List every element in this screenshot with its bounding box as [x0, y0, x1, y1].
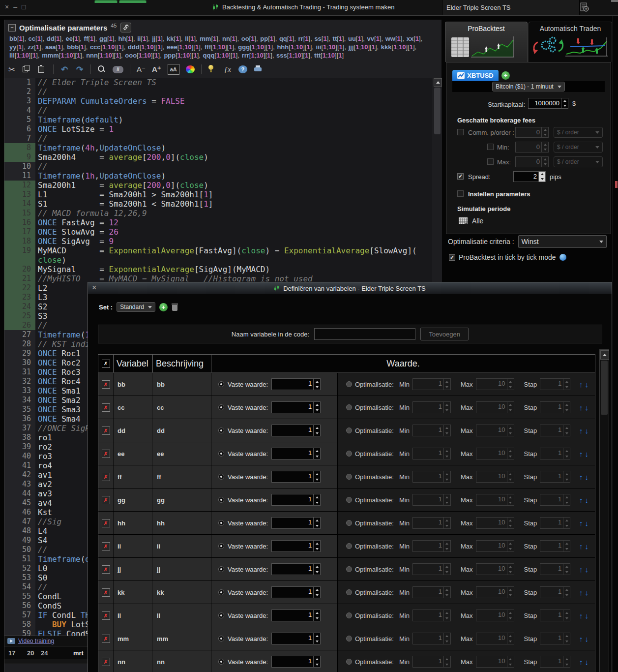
move-up-button[interactable]: ↑: [579, 380, 583, 389]
optimalisatie-radio[interactable]: [346, 543, 352, 549]
vaste-waarde-radio[interactable]: [218, 474, 224, 480]
delete-variable-button[interactable]: ✗: [102, 473, 110, 481]
move-up-button[interactable]: ↑: [579, 588, 583, 597]
video-training-link[interactable]: Video training: [18, 638, 54, 644]
instellen-parameters-checkbox[interactable]: [457, 190, 464, 197]
scroll-up-icon[interactable]: [600, 350, 609, 360]
move-down-button[interactable]: ↓: [585, 542, 589, 550]
max-fee-checkbox[interactable]: [487, 158, 494, 165]
vaste-waarde-input[interactable]: 1: [271, 656, 321, 668]
move-up-button[interactable]: ↑: [579, 565, 583, 574]
delete-variable-button[interactable]: ✗: [102, 635, 110, 643]
optimalisatie-radio[interactable]: [346, 566, 352, 572]
delete-variable-button[interactable]: ✗: [102, 519, 110, 527]
vaste-waarde-input[interactable]: 1: [271, 471, 321, 483]
vaste-waarde-radio[interactable]: [218, 404, 224, 410]
vaste-waarde-radio[interactable]: [218, 566, 224, 572]
font-increase-icon[interactable]: [152, 64, 161, 74]
move-down-button[interactable]: ↓: [585, 496, 589, 504]
move-down-button[interactable]: ↓: [585, 658, 589, 666]
vaste-waarde-input[interactable]: 1: [271, 378, 321, 390]
vaste-waarde-radio[interactable]: [218, 497, 224, 503]
vaste-waarde-radio[interactable]: [218, 612, 224, 618]
delete-variable-button[interactable]: ✗: [102, 427, 110, 435]
move-up-button[interactable]: ↑: [579, 542, 583, 550]
vaste-waarde-radio[interactable]: [218, 543, 224, 549]
move-up-button[interactable]: ↑: [579, 427, 583, 435]
move-down-button[interactable]: ↓: [585, 635, 589, 643]
vaste-waarde-input[interactable]: 1: [271, 401, 321, 413]
move-up-button[interactable]: ↑: [579, 403, 583, 412]
vaste-waarde-radio[interactable]: [218, 381, 224, 387]
vaste-waarde-input[interactable]: 1: [271, 586, 321, 598]
paste-icon[interactable]: [38, 64, 47, 74]
redo-icon[interactable]: [75, 64, 84, 74]
spinner-buttons[interactable]: [561, 98, 568, 108]
help-icon[interactable]: [238, 65, 247, 73]
delete-set-icon[interactable]: [172, 304, 178, 311]
delete-variable-button[interactable]: ✗: [102, 611, 110, 620]
font-case-icon[interactable]: [168, 64, 179, 75]
move-down-button[interactable]: ↓: [585, 403, 589, 412]
vaste-waarde-input[interactable]: 1: [271, 633, 321, 644]
optimalisatie-radio[interactable]: [346, 404, 352, 410]
vaste-waarde-input[interactable]: 1: [271, 610, 321, 621]
min-fee-checkbox[interactable]: [487, 144, 494, 150]
optimalisatie-radio[interactable]: [346, 520, 352, 526]
delete-all-icon[interactable]: ✗: [102, 360, 110, 368]
move-up-button[interactable]: ↑: [579, 450, 583, 458]
optimalisatie-radio[interactable]: [346, 451, 352, 457]
delete-variable-button[interactable]: ✗: [102, 403, 110, 412]
help-doc-icon[interactable]: ?: [580, 2, 589, 12]
vaste-waarde-input[interactable]: 1: [271, 448, 321, 459]
delete-variable-button[interactable]: ✗: [102, 565, 110, 574]
delete-variable-button[interactable]: ✗: [102, 542, 110, 550]
instrument-tab-xbtusd[interactable]: XBTUSD: [452, 70, 499, 81]
configure-parameters-button[interactable]: [120, 23, 131, 32]
vaste-waarde-radio[interactable]: [218, 428, 224, 433]
spread-checkbox[interactable]: [457, 173, 464, 180]
vaste-waarde-input[interactable]: 1: [271, 540, 321, 552]
system-tab[interactable]: Elder Triple Screen TS: [442, 0, 580, 15]
criteria-select[interactable]: Winst: [518, 235, 607, 248]
dialog-scrollbar[interactable]: [599, 349, 609, 672]
move-down-button[interactable]: ↓: [585, 611, 589, 620]
optimalisatie-radio[interactable]: [346, 474, 352, 480]
move-up-button[interactable]: ↑: [579, 519, 583, 527]
scrollbar-thumb[interactable]: [434, 88, 441, 134]
comment-icon[interactable]: [113, 66, 123, 73]
toevoegen-button[interactable]: Toevoegen: [420, 328, 469, 340]
vaste-waarde-input[interactable]: 1: [271, 517, 321, 529]
cut-icon[interactable]: [7, 64, 16, 74]
startkapitaal-input[interactable]: 1000000: [528, 98, 568, 109]
print-icon[interactable]: [254, 64, 263, 74]
copy-icon[interactable]: [23, 64, 31, 74]
comm-checkbox[interactable]: [457, 129, 464, 135]
add-set-button[interactable]: +: [159, 303, 168, 311]
function-icon[interactable]: [223, 64, 232, 74]
move-down-button[interactable]: ↓: [585, 565, 589, 574]
font-decrease-icon[interactable]: [137, 64, 146, 74]
move-down-button[interactable]: ↓: [585, 473, 589, 481]
optimalisatie-radio[interactable]: [346, 381, 352, 387]
add-instrument-button[interactable]: +: [501, 71, 510, 80]
delete-variable-button[interactable]: ✗: [102, 588, 110, 597]
set-select[interactable]: Standard: [117, 302, 155, 312]
optimalisatie-radio[interactable]: [346, 636, 352, 641]
vaste-waarde-input[interactable]: 1: [271, 563, 321, 575]
vaste-waarde-input[interactable]: 1: [271, 425, 321, 436]
tab-probacktest[interactable]: ProBacktest: [445, 22, 528, 62]
optimalisatie-radio[interactable]: [346, 589, 352, 595]
delete-variable-button[interactable]: ✗: [102, 496, 110, 504]
move-down-button[interactable]: ↓: [585, 588, 589, 597]
move-down-button[interactable]: ↓: [585, 380, 589, 389]
vaste-waarde-radio[interactable]: [218, 589, 224, 595]
spread-input[interactable]: 2: [513, 171, 546, 182]
move-up-button[interactable]: ↑: [579, 611, 583, 620]
optimalisatie-radio[interactable]: [346, 497, 352, 503]
tick-mode-checkbox[interactable]: [449, 254, 455, 261]
hint-icon[interactable]: [208, 64, 217, 74]
window-controls[interactable]: ×–□: [5, 3, 30, 11]
move-up-button[interactable]: ↑: [579, 473, 583, 481]
collapse-icon[interactable]: −: [8, 24, 16, 31]
